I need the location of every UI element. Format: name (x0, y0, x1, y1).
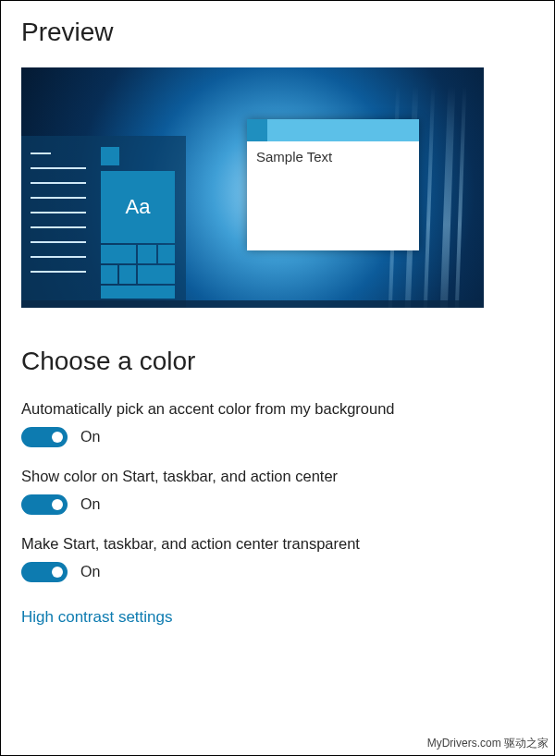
preview-heading: Preview (21, 18, 534, 47)
toggle-transparent[interactable] (21, 562, 68, 582)
start-menu-tiles: Aa (101, 147, 177, 299)
color-preview-panel: Aa Sample Text (21, 67, 484, 308)
font-sample-tile: Aa (101, 171, 175, 243)
toggle-state-label: On (80, 564, 100, 580)
decoration-beam (438, 86, 455, 308)
setting-auto-accent: Automatically pick an accent color from … (21, 400, 534, 447)
high-contrast-link[interactable]: High contrast settings (21, 608, 172, 627)
setting-show-color: Show color on Start, taskbar, and action… (21, 468, 534, 515)
decoration-beam (422, 86, 435, 308)
sample-window-preview: Sample Text (247, 119, 419, 250)
toggle-state-label: On (80, 429, 100, 445)
toggle-auto-accent[interactable] (21, 427, 68, 447)
taskbar-preview (21, 300, 484, 308)
setting-transparent: Make Start, taskbar, and action center t… (21, 535, 534, 582)
start-menu-list (31, 152, 86, 286)
start-menu-preview: Aa (21, 136, 186, 308)
sample-window-text: Sample Text (247, 141, 419, 172)
decoration-beam (453, 86, 466, 308)
setting-label: Make Start, taskbar, and action center t… (21, 535, 534, 553)
setting-label: Automatically pick an accent color from … (21, 400, 534, 418)
toggle-show-color[interactable] (21, 494, 68, 515)
setting-label: Show color on Start, taskbar, and action… (21, 468, 534, 485)
choose-color-heading: Choose a color (21, 347, 534, 376)
sample-window-titlebar (247, 119, 419, 141)
toggle-state-label: On (80, 496, 100, 513)
watermark-text: MyDrivers.com 驱动之家 (427, 736, 549, 751)
